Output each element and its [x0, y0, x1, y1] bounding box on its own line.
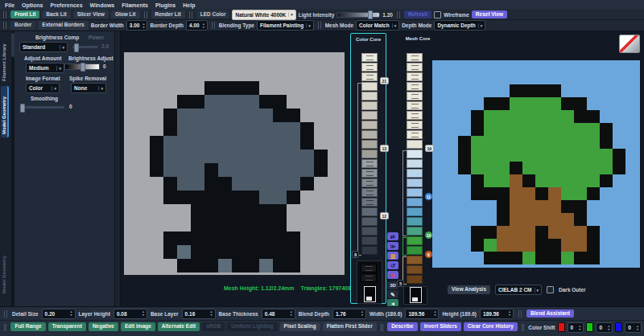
- back-lit-button[interactable]: Back Lit: [42, 10, 70, 19]
- describe-button[interactable]: Describe: [387, 322, 417, 331]
- mesh-core-swatch[interactable]: [407, 150, 423, 158]
- spinner-down-icon[interactable]: ▾: [637, 328, 638, 331]
- toolbar-grip[interactable]: [397, 11, 400, 18]
- border-button[interactable]: Border: [10, 21, 35, 30]
- spinner-down-icon[interactable]: ▾: [361, 313, 363, 317]
- spinner[interactable]: ▴▾: [211, 310, 213, 316]
- toolbar-grip[interactable]: [4, 310, 7, 318]
- spinner-down-icon[interactable]: ▾: [211, 313, 213, 317]
- base-layer-field[interactable]: 0.16▴▾: [182, 309, 216, 319]
- color-core-slider-tag[interactable]: 21: [380, 77, 389, 84]
- mesh-core-swatch[interactable]: [407, 178, 423, 187]
- glow-lit-button[interactable]: Glow Lit: [111, 10, 140, 19]
- mesh-core-swatch[interactable]: [407, 159, 423, 168]
- mesh-core-slider-tag[interactable]: 8: [425, 251, 432, 258]
- negative-toggle[interactable]: Negative: [89, 322, 118, 331]
- depth-preview-canvas[interactable]: [124, 52, 345, 275]
- mesh-core-swatch[interactable]: [407, 236, 423, 245]
- mesh-core-swatch[interactable]: [407, 101, 423, 110]
- color-core-swatch[interactable]: [361, 92, 378, 100]
- toolbar-grip[interactable]: [518, 310, 522, 318]
- blend-assistant-button[interactable]: Blend Assistant: [526, 309, 574, 318]
- detail-size-field[interactable]: 0.20▴▾: [42, 309, 76, 319]
- fast-forward-button[interactable]: ≫: [387, 242, 398, 250]
- disable-button[interactable]: ⊘: [387, 271, 398, 279]
- sidebar-tab-model-geometry[interactable]: Model Geometry: [1, 86, 9, 137]
- mesh-core-swatch[interactable]: [407, 265, 423, 274]
- spinner[interactable]: ▴▾: [361, 310, 363, 316]
- green-channel-swatch[interactable]: [586, 322, 593, 332]
- color-core-swatch[interactable]: [361, 217, 378, 226]
- pixel-scaling-button[interactable]: Pixel Scaling: [280, 322, 320, 331]
- brightness-comp-dropdown[interactable]: Standard ▾: [19, 42, 68, 52]
- spinner-down-icon[interactable]: ▾: [291, 313, 292, 317]
- spinner[interactable]: ▴▾: [142, 310, 144, 316]
- menu-file[interactable]: File: [5, 2, 14, 8]
- mesh-core-swatch[interactable]: [407, 169, 423, 178]
- height-189-6--field[interactable]: 189.56▴▾: [480, 309, 514, 319]
- menu-preferences[interactable]: Preferences: [51, 2, 83, 8]
- menu-windows[interactable]: Windows: [90, 2, 115, 8]
- color-core-swatch[interactable]: [361, 82, 378, 91]
- front-lit-button[interactable]: Front Lit: [10, 10, 39, 19]
- render-lit-button[interactable]: Render Lit: [151, 10, 185, 19]
- color-core-swatch[interactable]: [361, 140, 378, 149]
- slider-thumb[interactable]: [80, 63, 85, 72]
- border-width-field[interactable]: 3.00 ▴▾: [126, 20, 148, 31]
- spinner[interactable]: ▴▾: [579, 325, 580, 330]
- mesh-core-slider-tag[interactable]: 11: [425, 193, 432, 200]
- spinner[interactable]: ▴▾: [434, 310, 436, 316]
- spike-removal-dropdown[interactable]: None ▾: [71, 83, 106, 93]
- spinner[interactable]: ▴▾: [608, 325, 609, 330]
- color-core-swatch[interactable]: [361, 246, 378, 255]
- mesh-core-swatch[interactable]: [407, 82, 423, 91]
- mesh-core-swatch[interactable]: [407, 246, 423, 255]
- slider-thumb[interactable]: [74, 43, 79, 52]
- spinner-down-icon[interactable]: ▾: [579, 328, 580, 331]
- mesh-core-swatch[interactable]: [407, 275, 423, 284]
- transparent-toggle[interactable]: Transparent: [48, 322, 86, 331]
- base-thickness-field[interactable]: 0.48▴▾: [262, 309, 295, 319]
- spinner[interactable]: ▴▾: [71, 310, 72, 316]
- toolbar-grip[interactable]: [4, 324, 6, 331]
- mesh-core-swatch[interactable]: [407, 92, 423, 100]
- green-shift-field[interactable]: 0▴▾: [596, 322, 613, 333]
- color-core-swatch[interactable]: [361, 227, 378, 236]
- blend-depth-field[interactable]: 1.76▴▾: [332, 309, 366, 319]
- slider-thumb[interactable]: [368, 10, 373, 19]
- full-range-toggle[interactable]: Full Range: [10, 322, 45, 331]
- mesh-core-slider-tag[interactable]: 19: [425, 145, 434, 152]
- width-189-6--field[interactable]: 189.56▴▾: [405, 309, 439, 319]
- color-core-swatch[interactable]: [361, 53, 378, 62]
- color-core-swatch[interactable]: [361, 111, 378, 120]
- color-preview-canvas[interactable]: [432, 60, 640, 268]
- histogram-button[interactable]: ▥: [387, 252, 398, 260]
- light-intensity-slider[interactable]: [336, 12, 380, 18]
- spinner-down-icon[interactable]: ▾: [203, 26, 204, 29]
- mesh-core-swatch[interactable]: [407, 140, 423, 149]
- slider-thumb[interactable]: [20, 104, 25, 113]
- blue-channel-swatch[interactable]: [615, 322, 622, 332]
- mesh-core-swatch[interactable]: [407, 53, 423, 62]
- slider-handle[interactable]: [366, 297, 372, 301]
- sidebar-tab-model-geometry-bottom[interactable]: Model Geometry: [1, 234, 7, 297]
- alternate-edit-toggle[interactable]: Alternate Edit: [158, 322, 200, 331]
- toolbar-grip[interactable]: [3, 22, 6, 29]
- red-shift-field[interactable]: 0▴▾: [568, 322, 584, 333]
- sidebar-tab-filament-library[interactable]: Filament Library: [1, 33, 7, 84]
- spinner-down-icon[interactable]: ▾: [434, 313, 436, 317]
- color-core-swatch-dark[interactable]: [361, 264, 377, 272]
- mesh-mode-dropdown[interactable]: Color Match ▾: [356, 20, 399, 31]
- color-core-swatch[interactable]: [361, 178, 378, 187]
- color-core-swatch[interactable]: [361, 72, 378, 81]
- color-core-swatch-dark[interactable]: [361, 273, 377, 282]
- external-borders-button[interactable]: External Borders: [38, 21, 88, 30]
- toolbar-grip[interactable]: [318, 22, 321, 29]
- red-channel-swatch[interactable]: [558, 322, 565, 332]
- menu-help[interactable]: Help: [183, 2, 195, 8]
- brightness-adjust-slider[interactable]: [64, 64, 100, 70]
- menu-options[interactable]: Options: [22, 2, 43, 8]
- swap-lr-button[interactable]: ⇄: [387, 232, 398, 240]
- smoothing-slider[interactable]: [19, 106, 64, 109]
- border-depth-field[interactable]: 4.00 ▴▾: [186, 20, 208, 31]
